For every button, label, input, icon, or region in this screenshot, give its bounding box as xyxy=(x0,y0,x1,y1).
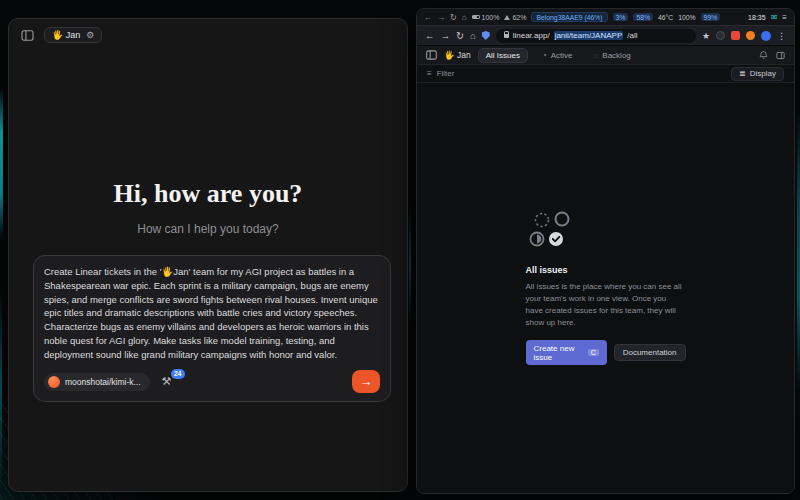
tools-button[interactable]: ⚒ 24 xyxy=(162,375,172,388)
wifi-percent: 62% xyxy=(512,14,526,21)
empty-state: All issues All issues is the place where… xyxy=(526,211,686,365)
status-back-icon[interactable]: ← xyxy=(424,13,432,22)
filter-bar: ≡ Filter ≣ Display xyxy=(417,65,794,83)
composer-toolbar: moonshotai/kimi-k... ⚒ 24 → xyxy=(44,370,380,393)
model-selector-label: moonshotai/kimi-k... xyxy=(65,377,141,387)
status-menu-icon[interactable]: ≡ xyxy=(782,13,787,22)
gear-icon[interactable]: ⚙ xyxy=(86,31,94,40)
empty-state-actions: Create new issue C Documentation xyxy=(526,340,686,365)
model-provider-icon xyxy=(48,376,60,388)
desktop-accent-middle xyxy=(409,205,411,325)
url-prefix: linear.app/ xyxy=(513,31,550,40)
display-button-label: Display xyxy=(750,69,776,78)
url-highlight: janii/team/JANAPP xyxy=(554,31,624,40)
shield-icon[interactable] xyxy=(482,31,490,40)
linear-topbar: 🖐 Jan All Issues ◔ Active ◌ Backlog xyxy=(417,46,794,65)
display-button[interactable]: ≣ Display xyxy=(731,67,784,81)
wifi-status: 62% xyxy=(504,14,526,21)
greeting-title: Hi, how are you? xyxy=(9,179,407,209)
prompt-composer[interactable]: Create Linear tickets in the '🖐Jan' team… xyxy=(33,255,391,402)
status-home-icon[interactable]: ⌂ xyxy=(462,13,467,22)
team-selector-label: 🖐 Jan xyxy=(52,30,80,40)
metric-badge-1: 3% xyxy=(613,13,629,21)
sidebar-toggle-icon[interactable] xyxy=(21,30,34,41)
network-name-badge: Belong38AAE9 (46%) xyxy=(531,12,607,22)
url-suffix: /all xyxy=(627,31,637,40)
prompt-input[interactable]: Create Linear tickets in the '🖐Jan' team… xyxy=(44,265,380,361)
status-reload-icon[interactable]: ↻ xyxy=(450,13,457,22)
issue-status-icons-illustration xyxy=(526,211,686,255)
back-button[interactable]: ← xyxy=(425,30,435,41)
greeting-block: Hi, how are you? How can I help you toda… xyxy=(9,179,407,236)
address-bar[interactable]: linear.app/janii/team/JANAPP/all xyxy=(496,29,696,43)
documentation-button[interactable]: Documentation xyxy=(614,344,686,361)
tab-active[interactable]: ◔ Active xyxy=(535,49,580,62)
send-button[interactable]: → xyxy=(352,370,380,393)
model-selector[interactable]: moonshotai/kimi-k... xyxy=(44,373,150,391)
panel-layout-icon[interactable] xyxy=(776,51,785,60)
metric-badge-2: 58% xyxy=(633,13,653,21)
browser-status-bar: ← → ↻ ⌂ 100% 62% Belong38AAE9 (46%) 3% 5… xyxy=(417,9,794,25)
send-arrow-icon: → xyxy=(360,374,373,389)
desktop-accent-left-2 xyxy=(0,290,2,490)
filter-icon: ≡ xyxy=(427,69,432,78)
tab-all-issues[interactable]: All Issues xyxy=(478,48,528,63)
lock-icon xyxy=(504,34,509,38)
linear-sidebar-toggle-icon[interactable] xyxy=(426,50,437,60)
desktop-accent-left xyxy=(0,88,3,238)
create-new-issue-button[interactable]: Create new issue C xyxy=(526,340,607,365)
battery-percent: 100% xyxy=(482,14,500,21)
tools-count-badge: 24 xyxy=(171,369,185,379)
desktop: 🖐 Jan ⚙ Hi, how are you? How can I help … xyxy=(0,0,800,500)
browser-toolbar: ← → ↻ ⌂ linear.app/janii/team/JANAPP/all… xyxy=(417,25,794,46)
extension-icon-3[interactable] xyxy=(746,31,755,40)
bookmark-icon[interactable]: ★ xyxy=(702,31,710,41)
profile-avatar[interactable] xyxy=(761,31,771,41)
browser-window: ← → ↻ ⌂ 100% 62% Belong38AAE9 (46%) 3% 5… xyxy=(416,8,795,494)
in-progress-icon: ◔ xyxy=(542,51,547,60)
home-button[interactable]: ⌂ xyxy=(470,30,476,41)
metric-badge-3: 99% xyxy=(701,13,721,21)
create-new-issue-label: Create new issue xyxy=(534,344,583,362)
battery-status: 100% xyxy=(472,14,500,21)
tab-active-label: Active xyxy=(551,51,573,60)
backlog-icon: ◌ xyxy=(594,51,599,60)
forward-button[interactable]: → xyxy=(441,30,451,41)
linear-team-label: 🖐 Jan xyxy=(444,50,471,60)
mail-icon[interactable]: ✉ xyxy=(771,13,778,22)
filter-button[interactable]: Filter xyxy=(437,69,455,78)
empty-state-description: All issues is the place where you can se… xyxy=(526,281,686,329)
jan-titlebar: 🖐 Jan ⚙ xyxy=(9,19,407,51)
linear-topbar-right xyxy=(759,51,785,60)
extension-icon-1[interactable] xyxy=(716,31,725,40)
jan-app-window: 🖐 Jan ⚙ Hi, how are you? How can I help … xyxy=(8,18,408,492)
tab-all-issues-label: All Issues xyxy=(486,51,520,60)
temperature-readout: 46°C xyxy=(658,14,673,21)
tools-icon: ⚒ xyxy=(162,375,172,388)
tab-backlog-label: Backlog xyxy=(602,51,630,60)
greeting-subtitle: How can I help you today? xyxy=(9,222,407,236)
tab-backlog[interactable]: ◌ Backlog xyxy=(587,49,638,62)
empty-state-title: All issues xyxy=(526,265,686,275)
display-icon: ≣ xyxy=(739,69,746,78)
team-selector[interactable]: 🖐 Jan ⚙ xyxy=(44,27,102,43)
linear-content: All issues All issues is the place where… xyxy=(417,83,794,493)
extension-icon-2[interactable] xyxy=(731,31,740,40)
shortcut-key-badge: C xyxy=(588,349,599,356)
browser-menu-icon[interactable]: ⋮ xyxy=(777,31,786,41)
clock: 18:35 xyxy=(748,14,766,21)
reload-button[interactable]: ↻ xyxy=(456,30,464,41)
status-forward-icon[interactable]: → xyxy=(437,13,445,22)
wifi-icon xyxy=(504,15,510,20)
bell-icon[interactable] xyxy=(759,51,768,60)
metric-readout: 100% xyxy=(678,14,695,21)
battery-icon xyxy=(472,15,480,19)
